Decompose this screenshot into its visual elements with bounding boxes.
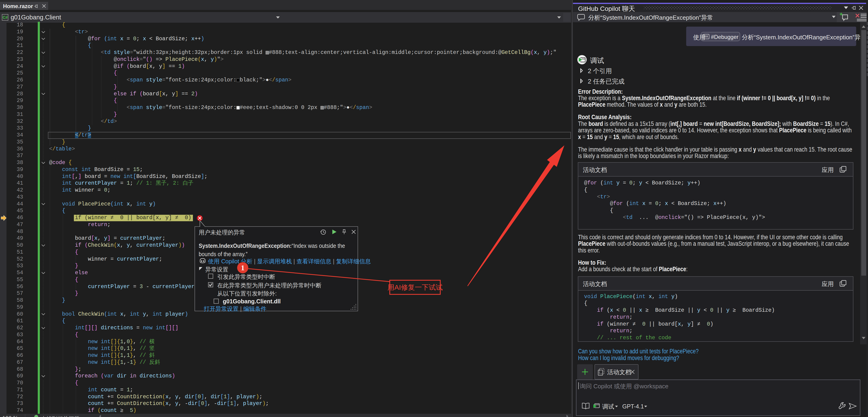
svg-text:用AI修复一下试试: 用AI修复一下试试	[388, 283, 442, 291]
svg-text:1: 1	[241, 264, 245, 272]
